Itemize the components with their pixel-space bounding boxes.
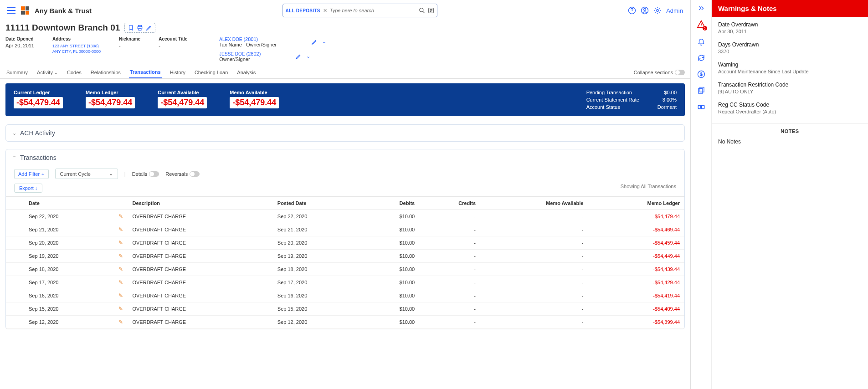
table-row[interactable]: Sep 18, 2020 ✎ OVERDRAFT CHARGE Sep 18, …: [6, 263, 684, 276]
tab-history[interactable]: History: [169, 67, 186, 78]
cell-memo-avail: -: [480, 210, 588, 223]
tab-analysis[interactable]: Analysis: [236, 67, 257, 78]
svg-text:$: $: [700, 106, 702, 108]
cycle-select[interactable]: Current Cycle ⌄: [55, 169, 118, 179]
documents-icon[interactable]: [697, 87, 705, 95]
address-line2[interactable]: ANY CITY, FL 00000-0000: [52, 49, 101, 54]
warning-subtitle: [9] AUTO ONLY: [718, 89, 862, 94]
balance-value: -$54,479.44: [14, 97, 63, 108]
svg-point-5: [657, 10, 659, 12]
edit-row-icon[interactable]: ✎: [118, 279, 123, 286]
cell-date: Sep 20, 2020: [24, 236, 114, 250]
col-memo-ledger: Memo Ledger: [588, 197, 684, 210]
cell-posted: Sep 16, 2020: [273, 289, 363, 302]
edit-owner-icon[interactable]: [295, 53, 302, 60]
col-desc: Description: [128, 197, 272, 210]
plus-icon: +: [41, 171, 44, 177]
tab-transactions[interactable]: Transactions: [129, 67, 162, 78]
table-row[interactable]: Sep 15, 2020 ✎ OVERDRAFT CHARGE Sep 15, …: [6, 302, 684, 316]
expand-panel-icon[interactable]: [698, 5, 705, 12]
user-icon[interactable]: [641, 6, 649, 15]
collapse-sections-toggle[interactable]: Collapse sections: [634, 70, 685, 75]
tab-checking-loan[interactable]: Checking Loan: [194, 67, 229, 78]
warning-title: Days Overdrawn: [718, 41, 862, 48]
no-notes-text: No Notes: [712, 137, 868, 147]
help-icon[interactable]: [628, 6, 636, 15]
cell-memo-ledger: -$54,439.44: [588, 263, 684, 276]
alert-icon[interactable]: 5: [697, 20, 706, 29]
warning-subtitle: Repeat Overdrafter (Auto): [718, 109, 862, 114]
cell-memo-ledger: -$54,419.44: [588, 289, 684, 302]
edit-row-icon[interactable]: ✎: [118, 266, 123, 272]
toggle-icon[interactable]: [149, 171, 159, 177]
settings-icon[interactable]: [653, 6, 662, 15]
warning-subtitle: 3370: [718, 49, 862, 54]
cell-debits: $10.00: [363, 302, 419, 316]
edit-row-icon[interactable]: ✎: [118, 292, 123, 299]
toggle-icon[interactable]: [675, 70, 685, 75]
bookmark-icon[interactable]: [128, 25, 134, 31]
edit-owner-icon[interactable]: [311, 39, 318, 45]
table-row[interactable]: Sep 12, 2020 ✎ OVERDRAFT CHARGE Sep 12, …: [6, 316, 684, 329]
balance-label: Current Available: [158, 90, 207, 95]
dollar-icon[interactable]: [697, 70, 705, 78]
table-row[interactable]: Sep 21, 2020 ✎ OVERDRAFT CHARGE Sep 21, …: [6, 223, 684, 236]
table-row[interactable]: Sep 17, 2020 ✎ OVERDRAFT CHARGE Sep 17, …: [6, 276, 684, 289]
clear-search-filter-icon[interactable]: ✕: [323, 8, 327, 14]
refresh-icon[interactable]: [697, 54, 705, 62]
reversals-toggle[interactable]: Reversals: [165, 171, 200, 177]
print-icon[interactable]: [137, 25, 143, 31]
col-memo-avail: Memo Available: [480, 197, 588, 210]
transactions-section-header[interactable]: ⌃ Transactions: [6, 149, 684, 166]
export-button[interactable]: Export ↓: [14, 184, 42, 193]
cell-credits: -: [419, 210, 480, 223]
owner-name[interactable]: JESSE DOE: [219, 51, 245, 56]
details-toggle[interactable]: Details: [132, 171, 159, 177]
edit-row-icon[interactable]: ✎: [118, 226, 123, 233]
edit-row-icon[interactable]: ✎: [118, 253, 123, 259]
balance-label: Memo Ledger: [86, 90, 135, 95]
search-filter-pill[interactable]: ALL DEPOSITS: [286, 8, 320, 13]
cell-date: Sep 15, 2020: [24, 302, 114, 316]
bank-logo-icon: [21, 6, 29, 15]
edit-icon[interactable]: [146, 25, 152, 31]
table-row[interactable]: Sep 16, 2020 ✎ OVERDRAFT CHARGE Sep 16, …: [6, 289, 684, 302]
address-line1[interactable]: 123 ANY STREET (1308): [52, 44, 99, 48]
search-icon[interactable]: [419, 7, 425, 14]
owner-number[interactable]: (2802): [247, 51, 261, 56]
owner-number[interactable]: (2801): [243, 36, 258, 42]
search-input[interactable]: [330, 8, 416, 13]
table-row[interactable]: Sep 19, 2020 ✎ OVERDRAFT CHARGE Sep 19, …: [6, 250, 684, 263]
edit-row-icon[interactable]: ✎: [118, 306, 123, 312]
cell-memo-ledger: -$54,429.44: [588, 276, 684, 289]
edit-row-icon[interactable]: ✎: [118, 213, 123, 220]
owner-name[interactable]: ALEX DOE: [219, 37, 242, 42]
toggle-icon[interactable]: [190, 171, 200, 177]
chevron-down-icon[interactable]: ⌄: [306, 53, 310, 60]
ach-activity-section-header[interactable]: ⌄ ACH Activity: [6, 125, 684, 141]
transactions-table: Date Description Posted Date Debits Cred…: [6, 196, 684, 329]
search-settings-icon[interactable]: [428, 7, 434, 14]
bell-icon[interactable]: [697, 37, 705, 46]
table-row[interactable]: Sep 20, 2020 ✎ OVERDRAFT CHARGE Sep 20, …: [6, 236, 684, 250]
global-search[interactable]: ALL DEPOSITS ✕: [282, 4, 437, 17]
cell-posted: Sep 19, 2020: [273, 250, 363, 263]
tab-activity[interactable]: Activity ⌄: [36, 67, 59, 78]
cell-date: Sep 17, 2020: [24, 276, 114, 289]
menu-icon[interactable]: [7, 7, 15, 14]
edit-row-icon[interactable]: ✎: [118, 240, 123, 246]
date-opened-value: Apr 20, 2011: [5, 43, 34, 48]
tab-summary[interactable]: Summary: [5, 67, 29, 78]
cell-memo-avail: -: [480, 250, 588, 263]
svg-point-0: [419, 8, 423, 12]
chevron-down-icon[interactable]: ⌄: [322, 39, 326, 45]
table-row[interactable]: Sep 22, 2020 ✎ OVERDRAFT CHARGE Sep 22, …: [6, 210, 684, 223]
account-title-label: Account Title: [159, 36, 187, 41]
cash-icon[interactable]: $: [697, 103, 705, 111]
admin-label[interactable]: Admin: [666, 7, 683, 14]
tab-codes[interactable]: Codes: [66, 67, 82, 78]
edit-row-icon[interactable]: ✎: [118, 319, 123, 325]
warnings-header: Warnings & Notes: [712, 0, 868, 17]
tab-relationships[interactable]: Relationships: [90, 67, 122, 78]
add-filter-button[interactable]: Add Filter +: [14, 169, 49, 179]
